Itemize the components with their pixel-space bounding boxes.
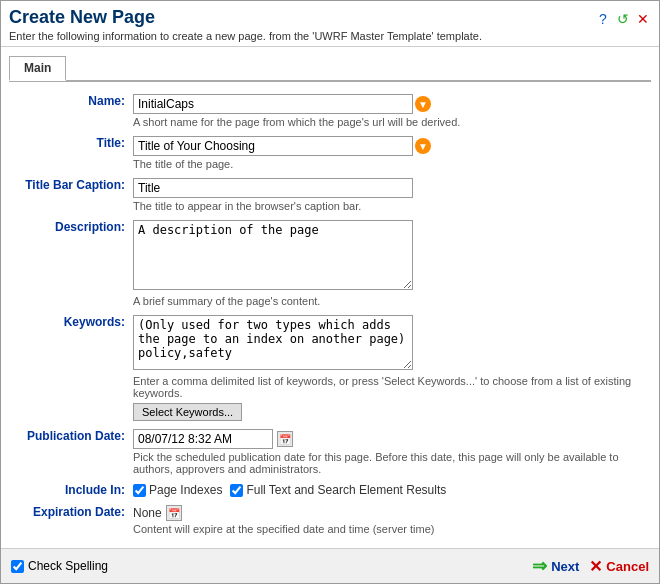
name-field-cell: ▼ A short name for the page from which t… xyxy=(129,90,651,132)
keywords-label: Keywords: xyxy=(9,311,129,425)
title-bar-caption-input[interactable] xyxy=(133,178,413,198)
keywords-row: Keywords: (Only used for two types which… xyxy=(9,311,651,425)
next-button[interactable]: ⇒ Next xyxy=(532,555,579,577)
next-label: Next xyxy=(551,559,579,574)
help-icon[interactable]: ? xyxy=(595,11,611,27)
dialog-body: Main Name: ▼ A short name for the page f… xyxy=(1,47,659,548)
expiration-date-row: Expiration Date: None 📅 Content will exp… xyxy=(9,501,651,539)
include-full-text-checkbox[interactable] xyxy=(230,484,243,497)
pub-date-input-group: 📅 xyxy=(133,429,647,449)
publication-date-field-cell: 📅 Pick the scheduled publication date fo… xyxy=(129,425,651,479)
description-textarea[interactable]: A description of the page xyxy=(133,220,413,290)
keywords-hint: Enter a comma delimited list of keywords… xyxy=(133,375,647,399)
title-bar-caption-row: Title Bar Caption: The title to appear i… xyxy=(9,174,651,216)
title-label: Title: xyxy=(9,132,129,174)
dialog-subtitle: Enter the following information to creat… xyxy=(9,30,482,42)
dialog-title: Create New Page xyxy=(9,7,482,28)
include-in-options: Page Indexes Full Text and Search Elemen… xyxy=(133,483,647,497)
tab-bar: Main xyxy=(9,55,651,82)
footer-left: Check Spelling xyxy=(11,559,108,573)
description-hint: A brief summary of the page's content. xyxy=(133,295,647,307)
description-row: Description: A description of the page A… xyxy=(9,216,651,311)
description-field-cell: A description of the page A brief summar… xyxy=(129,216,651,311)
name-label: Name: xyxy=(9,90,129,132)
close-icon[interactable]: ✕ xyxy=(635,11,651,27)
include-full-text-label: Full Text and Search Element Results xyxy=(230,483,446,497)
title-field-cell: ▼ The title of the page. xyxy=(129,132,651,174)
create-new-page-dialog: Create New Page Enter the following info… xyxy=(0,0,660,584)
publication-date-input[interactable] xyxy=(133,429,273,449)
refresh-icon[interactable]: ↺ xyxy=(615,11,631,27)
title-bar-caption-hint: The title to appear in the browser's cap… xyxy=(133,200,647,212)
check-spelling-label: Check Spelling xyxy=(11,559,108,573)
name-input-group: ▼ xyxy=(133,94,647,114)
include-page-indexes-label: Page Indexes xyxy=(133,483,222,497)
publication-date-label: Publication Date: xyxy=(9,425,129,479)
tab-main[interactable]: Main xyxy=(9,56,66,81)
keywords-field-cell: (Only used for two types which adds the … xyxy=(129,311,651,425)
expiration-date-calendar-icon[interactable]: 📅 xyxy=(166,505,182,521)
dialog-footer: Check Spelling ⇒ Next ✕ Cancel xyxy=(1,548,659,583)
publication-date-hint: Pick the scheduled publication date for … xyxy=(133,451,647,475)
check-spelling-text: Check Spelling xyxy=(28,559,108,573)
footer-right: ⇒ Next ✕ Cancel xyxy=(532,555,649,577)
title-input[interactable] xyxy=(133,136,413,156)
check-spelling-checkbox[interactable] xyxy=(11,560,24,573)
name-row: Name: ▼ A short name for the page from w… xyxy=(9,90,651,132)
include-in-field-cell: Page Indexes Full Text and Search Elemen… xyxy=(129,479,651,501)
expiration-date-hint: Content will expire at the specified dat… xyxy=(133,523,647,535)
include-page-indexes-text: Page Indexes xyxy=(149,483,222,497)
title-hint: The title of the page. xyxy=(133,158,647,170)
cancel-label: Cancel xyxy=(606,559,649,574)
cancel-button[interactable]: ✕ Cancel xyxy=(589,557,649,576)
expiration-date-field-cell: None 📅 Content will expire at the specif… xyxy=(129,501,651,539)
form-table: Name: ▼ A short name for the page from w… xyxy=(9,90,651,539)
dialog-icon-group: ? ↺ ✕ xyxy=(595,11,651,27)
dialog-header: Create New Page Enter the following info… xyxy=(1,1,659,47)
description-label: Description: xyxy=(9,216,129,311)
title-bar-caption-field-cell: The title to appear in the browser's cap… xyxy=(129,174,651,216)
cancel-x-icon: ✕ xyxy=(589,557,602,576)
include-in-label: Include In: xyxy=(9,479,129,501)
include-in-row: Include In: Page Indexes Full Text and S… xyxy=(9,479,651,501)
name-input[interactable] xyxy=(133,94,413,114)
include-full-text-text: Full Text and Search Element Results xyxy=(246,483,446,497)
publication-date-calendar-icon[interactable]: 📅 xyxy=(277,431,293,447)
keywords-textarea[interactable]: (Only used for two types which adds the … xyxy=(133,315,413,370)
title-row: Title: ▼ The title of the page. xyxy=(9,132,651,174)
title-input-group: ▼ xyxy=(133,136,647,156)
expiration-date-label: Expiration Date: xyxy=(9,501,129,539)
expiration-date-value: None xyxy=(133,506,162,520)
dialog-title-area: Create New Page Enter the following info… xyxy=(9,7,482,42)
name-hint: A short name for the page from which the… xyxy=(133,116,647,128)
select-keywords-button[interactable]: Select Keywords... xyxy=(133,403,242,421)
next-arrow-icon: ⇒ xyxy=(532,555,547,577)
title-bar-caption-label: Title Bar Caption: xyxy=(9,174,129,216)
expiration-date-input-group: None 📅 xyxy=(133,505,647,521)
publication-date-row: Publication Date: 📅 Pick the scheduled p… xyxy=(9,425,651,479)
name-arrow-icon[interactable]: ▼ xyxy=(415,96,431,112)
title-arrow-icon[interactable]: ▼ xyxy=(415,138,431,154)
include-page-indexes-checkbox[interactable] xyxy=(133,484,146,497)
